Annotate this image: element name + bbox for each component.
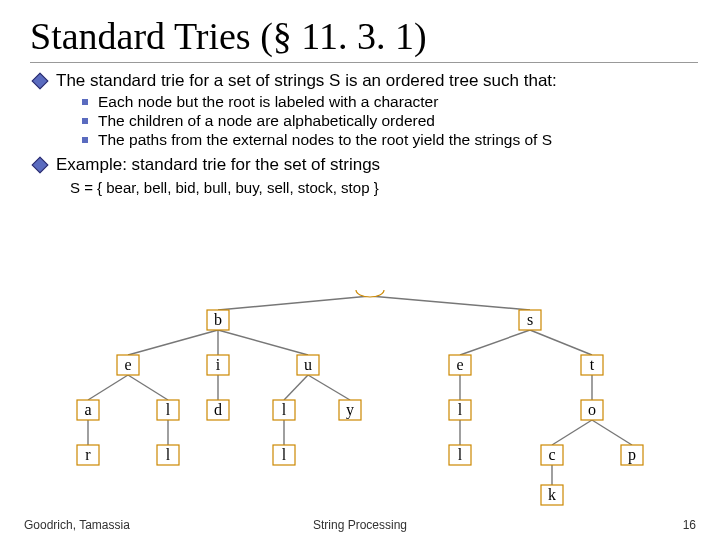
trie-node-label: p bbox=[628, 446, 636, 464]
svg-line-5 bbox=[460, 330, 530, 355]
trie-node-label: s bbox=[527, 311, 533, 328]
square-icon bbox=[82, 99, 88, 105]
diamond-icon bbox=[32, 73, 49, 90]
trie-node-label: l bbox=[458, 401, 463, 418]
svg-line-19 bbox=[592, 420, 632, 445]
slide-title: Standard Tries (§ 11. 3. 1) bbox=[30, 14, 698, 63]
trie-node-label: r bbox=[85, 446, 91, 463]
trie-node-label: l bbox=[282, 401, 287, 418]
trie-root bbox=[356, 290, 384, 297]
sub-2: The children of a node are alphabeticall… bbox=[82, 112, 698, 130]
trie-node-label: l bbox=[282, 446, 287, 463]
sub-3: The paths from the external nodes to the… bbox=[82, 131, 698, 149]
trie-node-label: o bbox=[588, 401, 596, 418]
sub-1: Each node but the root is labeled with a… bbox=[82, 93, 698, 111]
svg-line-11 bbox=[308, 375, 350, 400]
sub-list: Each node but the root is labeled with a… bbox=[82, 93, 698, 149]
trie-node-label: b bbox=[214, 311, 222, 328]
sub-1-text: Each node but the root is labeled with a… bbox=[98, 93, 438, 111]
sub-2-text: The children of a node are alphabeticall… bbox=[98, 112, 435, 130]
slide: Standard Tries (§ 11. 3. 1) The standard… bbox=[0, 0, 720, 540]
trie-node-label: l bbox=[166, 401, 171, 418]
svg-line-8 bbox=[128, 375, 168, 400]
trie-node-label: e bbox=[456, 356, 463, 373]
trie-node-label: y bbox=[346, 401, 354, 419]
footer-center: String Processing bbox=[24, 518, 696, 532]
bullet-1-text: The standard trie for a set of strings S… bbox=[56, 71, 557, 91]
footer: Goodrich, Tamassia String Processing 16 bbox=[24, 518, 696, 532]
trie-node-label: t bbox=[590, 356, 595, 373]
bullet-2: Example: standard trie for the set of st… bbox=[34, 155, 698, 175]
bullet-1: The standard trie for a set of strings S… bbox=[34, 71, 698, 91]
svg-line-7 bbox=[88, 375, 128, 400]
bullet-2-text: Example: standard trie for the set of st… bbox=[56, 155, 380, 175]
trie-node-label: i bbox=[216, 356, 221, 373]
example-set: S = { bear, bell, bid, bull, buy, sell, … bbox=[70, 179, 698, 196]
square-icon bbox=[82, 137, 88, 143]
trie-node-label: k bbox=[548, 486, 556, 503]
trie-node-label: d bbox=[214, 401, 222, 418]
trie-node-label: e bbox=[124, 356, 131, 373]
trie-node-label: a bbox=[84, 401, 91, 418]
trie-node-label: u bbox=[304, 356, 312, 373]
trie-diagram: bseiuetaldlylorlllcpk bbox=[40, 290, 680, 510]
svg-line-4 bbox=[218, 330, 308, 355]
svg-line-0 bbox=[218, 296, 370, 310]
svg-line-18 bbox=[552, 420, 592, 445]
diamond-icon bbox=[32, 157, 49, 174]
svg-line-2 bbox=[128, 330, 218, 355]
svg-line-1 bbox=[370, 296, 530, 310]
trie-node-label: l bbox=[166, 446, 171, 463]
square-icon bbox=[82, 118, 88, 124]
svg-line-10 bbox=[284, 375, 308, 400]
trie-node-label: c bbox=[548, 446, 555, 463]
svg-line-6 bbox=[530, 330, 592, 355]
trie-node-label: l bbox=[458, 446, 463, 463]
sub-3-text: The paths from the external nodes to the… bbox=[98, 131, 552, 149]
